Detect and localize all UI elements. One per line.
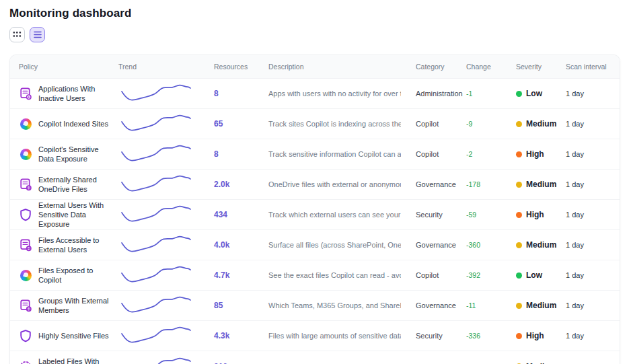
policy-icon-slot xyxy=(19,117,32,131)
trend-sparkline xyxy=(120,325,192,347)
table-row[interactable]: Copilot Indexed Sites 65 Track sites Cop… xyxy=(10,109,620,139)
severity-label: High xyxy=(526,331,544,340)
policy-description: Which Teams, M365 Groups, and SharePoint… xyxy=(260,301,401,310)
table-row[interactable]: External Users With Sensitive Data Expos… xyxy=(10,200,620,230)
policy-icon-slot xyxy=(19,329,32,342)
column-header-severity[interactable]: Severity xyxy=(507,63,557,71)
resources-value[interactable]: 85 xyxy=(205,301,260,310)
policy-cell: Copilot Indexed Sites xyxy=(10,117,110,131)
column-header-description[interactable]: Description xyxy=(260,63,407,71)
category-value: Governance xyxy=(407,301,457,310)
policy-cell: Highly Sensitive Files xyxy=(10,329,110,342)
table-row[interactable]: Groups With External Members 85 Which Te… xyxy=(10,291,620,321)
severity-label: High xyxy=(526,149,544,159)
change-value: -392 xyxy=(457,271,507,279)
resources-value[interactable]: 2.0k xyxy=(205,180,260,189)
change-value: -9 xyxy=(457,120,507,128)
policy-cell: Files Accessible to External Users xyxy=(10,235,110,255)
severity-dot xyxy=(516,151,522,157)
scan-interval-value: 1 day xyxy=(557,332,620,340)
change-value: -178 xyxy=(457,180,507,188)
trend-cell xyxy=(110,295,205,316)
policy-name: External Users With Sensitive Data Expos… xyxy=(38,201,110,229)
trend-sparkline xyxy=(120,174,192,195)
table-row[interactable]: Highly Sensitive Files 4.3k Files with l… xyxy=(10,321,620,351)
scan-interval-value: 1 day xyxy=(557,89,620,98)
policy-description: Files with large amounts of sensitive da… xyxy=(260,332,401,340)
scan-interval-value: 1 day xyxy=(557,271,620,279)
severity-label: Medium xyxy=(526,301,556,310)
scan-interval-value: 1 day xyxy=(557,241,620,249)
scan-interval-value: 1 day xyxy=(557,301,620,310)
trend-sparkline xyxy=(120,295,192,316)
resources-value[interactable]: 8 xyxy=(205,89,260,98)
policy-name: Highly Sensitive Files xyxy=(38,331,109,340)
column-header-trend[interactable]: Trend xyxy=(110,63,205,71)
scan-interval-value: 1 day xyxy=(557,211,620,219)
severity-cell: Medium xyxy=(507,119,557,129)
table-row[interactable]: Files Exposed to Copilot 4.7k See the ex… xyxy=(10,260,620,291)
list-view-icon xyxy=(34,31,42,38)
trend-cell xyxy=(110,143,205,165)
list-view-button[interactable] xyxy=(30,27,45,42)
category-value: Governance xyxy=(407,241,457,249)
severity-label: Medium xyxy=(526,180,556,189)
column-header-policy[interactable]: Policy xyxy=(10,63,110,71)
resources-value[interactable]: 65 xyxy=(205,119,260,129)
severity-label: Medium xyxy=(526,240,556,250)
table-row[interactable]: Copilot's Sensitive Data Exposure 8 Trac… xyxy=(10,139,620,170)
resources-value[interactable]: 8 xyxy=(205,149,260,159)
grid-view-button[interactable] xyxy=(9,27,25,42)
table-row[interactable]: Externally Shared OneDrive Files 2.0k On… xyxy=(10,170,620,200)
shield-icon xyxy=(19,329,32,342)
trend-sparkline xyxy=(120,143,192,165)
trend-cell xyxy=(110,234,205,256)
policy-name: Groups With External Members xyxy=(38,296,110,316)
policy-name: Files Exposed to Copilot xyxy=(38,266,110,285)
category-value: Copilot xyxy=(407,120,457,128)
trend-cell xyxy=(110,356,205,364)
severity-cell: Low xyxy=(507,270,557,280)
resources-value[interactable]: 4.7k xyxy=(205,270,260,280)
resources-value[interactable]: 4.0k xyxy=(205,240,260,250)
change-value: -11 xyxy=(457,301,507,310)
policy-cell: External Users With Sensitive Data Expos… xyxy=(10,201,110,229)
policy-description: Apps with users with no activity for ove… xyxy=(260,89,401,98)
policy-description: OneDrive files with external or anonymou… xyxy=(260,180,401,188)
table-body: Applications With Inactive Users 8 Apps … xyxy=(10,79,620,364)
column-header-change[interactable]: Change xyxy=(457,63,507,71)
severity-label: Medium xyxy=(526,119,556,129)
category-value: Copilot xyxy=(407,271,457,279)
document-globe-icon xyxy=(19,299,32,312)
scan-interval-value: 1 day xyxy=(557,120,620,128)
copilot-icon xyxy=(19,117,32,131)
change-value: -59 xyxy=(457,211,507,219)
column-header-resources[interactable]: Resources xyxy=(205,63,260,71)
label-badge-icon xyxy=(19,360,32,364)
table-row[interactable]: Files Accessible to External Users 4.0k … xyxy=(10,230,620,260)
severity-cell: High xyxy=(507,210,557,219)
shield-icon xyxy=(19,208,32,221)
severity-label: Low xyxy=(526,89,542,98)
table-header-row: Policy Trend Resources Description Categ… xyxy=(10,55,620,79)
resources-value[interactable]: 434 xyxy=(205,210,260,219)
scan-interval-value: 1 day xyxy=(557,180,620,188)
resources-value[interactable]: 4.3k xyxy=(205,331,260,340)
policy-name: Copilot Indexed Sites xyxy=(38,119,108,129)
category-value: Security xyxy=(407,211,457,219)
scan-interval-value: 1 day xyxy=(557,150,620,158)
policy-name: Applications With Inactive Users xyxy=(38,84,110,104)
trend-cell xyxy=(110,325,205,347)
severity-dot xyxy=(516,121,522,127)
category-value: Administration xyxy=(407,89,457,98)
table-row[interactable]: Applications With Inactive Users 8 Apps … xyxy=(10,79,620,109)
policy-description: Track which external users can see your … xyxy=(260,211,401,219)
category-value: Copilot xyxy=(407,150,457,158)
table-row[interactable]: Labeled Files With High False 216 Find f… xyxy=(10,351,620,364)
policy-cell: Copilot's Sensitive Data Exposure xyxy=(10,145,110,164)
column-header-category[interactable]: Category xyxy=(407,63,457,71)
column-header-scan-interval[interactable]: Scan interval xyxy=(557,63,620,71)
resources-value[interactable]: 216 xyxy=(205,362,260,364)
severity-cell: Medium xyxy=(507,362,557,364)
grid-view-icon xyxy=(13,31,22,38)
